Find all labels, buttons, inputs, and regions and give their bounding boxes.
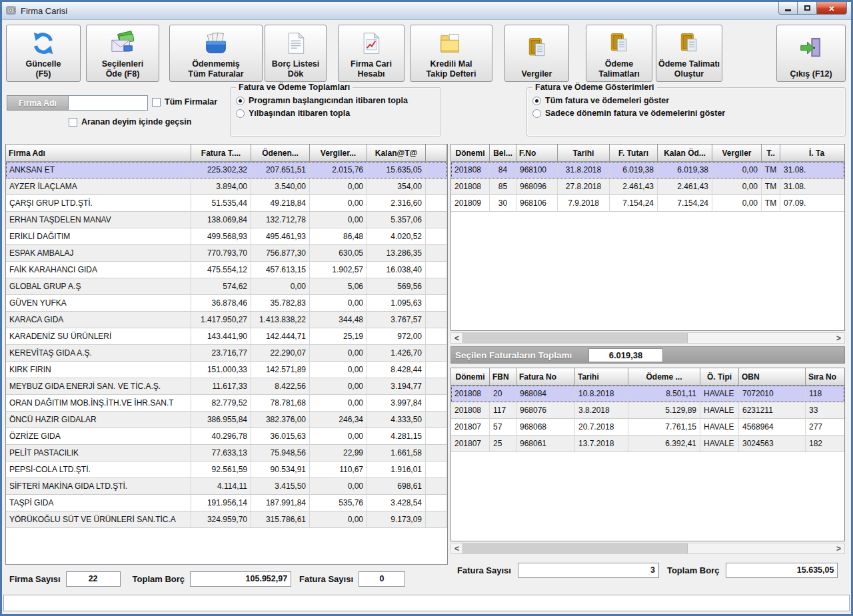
column-header[interactable]: F.No (516, 145, 558, 162)
column-header[interactable]: Ödenen... (251, 145, 310, 162)
close-button[interactable]: × (817, 2, 847, 15)
payments-hscrollbar[interactable]: < > (450, 543, 845, 554)
table-row[interactable]: ERHAN TAŞDELEN MANAV138.069,84132.712,78… (6, 212, 447, 228)
kredili-mal-takip-defteri-button[interactable]: Kredili Mal Takip Defteri (410, 25, 492, 82)
scrollbar-track[interactable] (688, 333, 833, 343)
column-header[interactable]: Bel... (490, 145, 516, 162)
table-row[interactable]: ÖNCÜ HAZIR GIDALAR386.955,84382.376,0024… (6, 412, 447, 428)
scroll-left-icon[interactable]: < (451, 333, 462, 343)
radio-option[interactable]: Tüm fatura ve ödemeleri göster (532, 95, 840, 107)
table-cell: 457.613,15 (251, 262, 310, 278)
radio-icon[interactable] (236, 109, 245, 118)
borc-listesi-dok-button[interactable]: Borç Listesi Dök (265, 25, 327, 82)
table-row[interactable]: PELİT PASTACILIK77.633,1375.948,5622,991… (6, 445, 447, 462)
scroll-left-icon[interactable]: < (451, 543, 462, 553)
payments-table: DönemiFBNFatura NoTarihiÖdeme ...Ö. Tipi… (450, 368, 845, 541)
table-row[interactable]: KARACA GIDA1.417.950,271.413.838,22344,4… (6, 312, 447, 328)
table-row[interactable]: ANKSAN ET225.302,32207.651,512.015,7615.… (6, 162, 447, 178)
column-header[interactable]: OBN (739, 368, 806, 386)
table-cell: 1.661,58 (367, 445, 426, 462)
column-header[interactable]: Ö. Tipi (700, 368, 739, 386)
column-header[interactable]: FBN (490, 368, 516, 386)
firm-name-input[interactable] (68, 95, 148, 111)
table-row[interactable]: ORAN DAĞITIM MOB.İNŞ.İTH.VE İHR.SAN.T82.… (6, 395, 447, 412)
column-header[interactable]: Vergiler (712, 145, 762, 162)
invoices-hscrollbar[interactable]: < > (450, 332, 845, 344)
column-header[interactable]: Firma Adı (6, 145, 191, 162)
table-row[interactable]: 2018088496810031.8.20186.019,386.019,380… (451, 162, 844, 178)
scroll-right-icon[interactable]: > (833, 543, 844, 553)
table-row[interactable]: KIRK FIRIN151.000,33142.571,890,008.428,… (6, 362, 447, 378)
vergiler-button[interactable]: Vergiler (504, 25, 569, 82)
scrollbar-thumb[interactable] (462, 333, 688, 343)
column-header[interactable]: Kalan@T@ (367, 145, 426, 162)
radio-icon[interactable] (532, 109, 541, 118)
column-header[interactable]: Ödeme ... (628, 368, 700, 386)
secilenleri-ode-button[interactable]: Seçilenleri Öde (F8) (86, 25, 159, 82)
table-row[interactable]: ERİKLİ DAĞITIM499.568,93495.461,9386,484… (6, 228, 447, 245)
table-row[interactable]: 201809309681067.9.20187.154,247.154,240,… (451, 195, 844, 212)
radio-option[interactable]: Yılbaşından itibaren topla (236, 107, 435, 119)
minimize-button[interactable] (778, 2, 798, 15)
table-row[interactable]: 2018075796806820.7.20187.761,15HAVALE456… (451, 419, 844, 436)
table-row[interactable]: ÇARŞI GRUP LTD.ŞTİ.51.535,4449.218,840,0… (6, 195, 447, 212)
table-row[interactable]: KARADENİZ SU ÜRÜNLERİ143.441,90142.444,7… (6, 328, 447, 345)
checkbox-icon[interactable] (152, 98, 161, 107)
firma-cari-hesabi-button[interactable]: Firma Cari Hesabı (338, 25, 405, 82)
radio-icon[interactable] (236, 97, 245, 105)
table-row[interactable]: FAİK KARAHANCI GIDA475.554,12457.613,151… (6, 262, 447, 278)
radio-option[interactable]: Programın başlangıcından itibaren topla (236, 95, 435, 107)
table-cell: 4.281,15 (367, 428, 426, 445)
table-row[interactable]: SİFTERİ MAKİNA GIDA LTD.ŞTİ.4.114,113.41… (6, 478, 447, 495)
table-row[interactable]: 2018072596806113.7.20186.392,41HAVALE302… (451, 436, 844, 452)
table-cell: 207.651,51 (251, 162, 310, 178)
radio-option[interactable]: Sadece dönemin fatura ve ödemelerini gös… (532, 107, 840, 119)
column-header[interactable]: İ. Ta (780, 145, 845, 162)
radio-icon[interactable] (532, 97, 541, 105)
column-header[interactable]: Dönemi (451, 368, 490, 386)
scrollbar-thumb[interactable] (462, 543, 688, 553)
column-header[interactable]: Fatura No (516, 368, 575, 386)
table-row[interactable]: ESPAK AMBALAJ770.793,70756.877,30630,051… (6, 245, 447, 262)
table-cell (426, 278, 447, 295)
table-row[interactable]: KEREVİTAŞ GIDA A.Ş.23.716,7722.290,070,0… (6, 345, 447, 362)
cikis-button[interactable]: Çıkış (F12) (776, 25, 846, 82)
column-header[interactable] (426, 145, 447, 162)
selected-total-label: Seçilen Faturaların Toplamı (451, 350, 572, 360)
table-row[interactable]: GLOBAL GRUP A.Ş574,620,005,06569,56 (6, 278, 447, 295)
column-header[interactable]: Vergiler... (310, 145, 367, 162)
all-firms-checkbox-row[interactable]: Tüm Firmalar (152, 97, 217, 107)
table-row[interactable]: YÖRÜKOĞLU SÜT VE ÜRÜNLERİ SAN.TİC.A324.9… (6, 511, 447, 528)
column-header[interactable]: T.. (762, 145, 780, 162)
scrollbar-track[interactable] (688, 543, 833, 553)
table-cell: ÖNCÜ HAZIR GIDALAR (6, 412, 191, 428)
radio-label: Tüm fatura ve ödemeleri göster (545, 96, 669, 105)
table-row[interactable]: MEYBUZ GIDA ENERJİ SAN. VE TİC.A.Ş.11.61… (6, 378, 447, 395)
column-header[interactable]: Tarihi (558, 145, 610, 162)
column-header[interactable]: Sıra No (806, 368, 845, 386)
table-row[interactable]: GÜVEN YUFKA36.878,4635.782,830,001.095,6… (6, 295, 447, 312)
table-row[interactable]: TAŞPİ GIDA191.956,14187.991,84535,763.42… (6, 495, 447, 511)
table-row[interactable]: PEPSİ-COLA LTD.ŞTİ.92.561,5990.534,91110… (6, 462, 447, 478)
scroll-right-icon[interactable]: > (833, 333, 844, 343)
column-header[interactable]: Kalan Öd... (658, 145, 712, 162)
odeme-talimatlari-button[interactable]: Ödeme Talimatları (586, 25, 652, 82)
title-bar[interactable]: Firma Carisi (2, 2, 851, 20)
table-row[interactable]: 2018088596809627.8.20182.461,432.461,430… (451, 178, 844, 195)
maximize-button[interactable] (798, 2, 817, 15)
table-row[interactable]: AYZER İLAÇLAMA3.894,003.540,000,00354,00 (6, 178, 447, 195)
guncelle-button[interactable]: Güncelle (F5) (6, 25, 81, 82)
table-row[interactable]: 2018082096808410.8.20188.501,11HAVALE707… (451, 386, 844, 402)
odenmemis-tum-faturalar-button[interactable]: Ödenmemiş Tüm Faturalar (169, 25, 263, 82)
table-cell: 23.716,77 (191, 345, 251, 362)
column-header[interactable]: F. Tutarı (610, 145, 658, 162)
contains-checkbox-row[interactable]: Aranan deyim içinde geçsin (69, 117, 191, 127)
table-row[interactable]: 2018081179680763.8.20185.129,89HAVALE623… (451, 402, 844, 419)
column-header[interactable]: Fatura T.... (191, 145, 251, 162)
checkbox-icon[interactable] (69, 118, 77, 127)
column-header[interactable]: Dönemi (451, 145, 490, 162)
odeme-talimati-olustur-button[interactable]: Ödeme Talimatı Oluştur (656, 25, 722, 82)
table-row[interactable]: ÖZRİZE GIDA40.296,7836.015,630,004.281,1… (6, 428, 447, 445)
column-header[interactable]: Tarihi (575, 368, 628, 386)
table-cell: HAVALE (700, 402, 739, 419)
